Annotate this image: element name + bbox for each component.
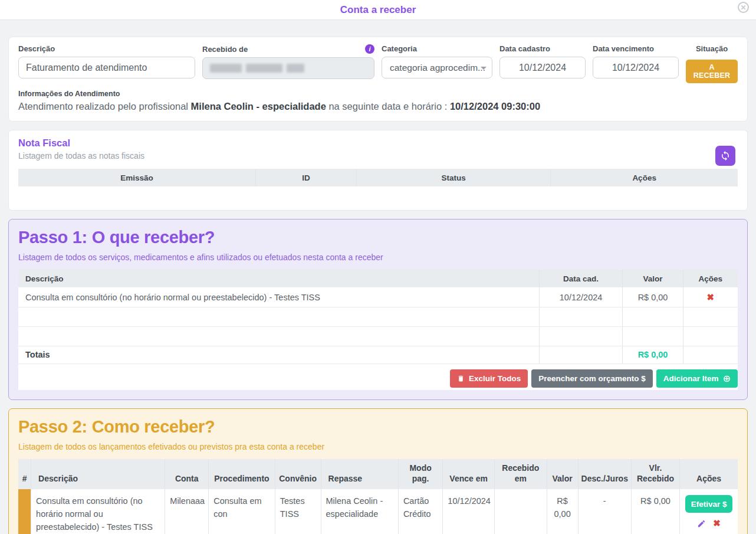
form-fields-row: Descrição Recebido de i Categoria catego… bbox=[18, 44, 738, 83]
modal-body: Descrição Recebido de i Categoria catego… bbox=[0, 0, 756, 534]
col-emissao: Emissão bbox=[18, 169, 256, 186]
atendimento-text-prefix: Atendimento realizado pelo profissional bbox=[18, 101, 191, 112]
nota-fiscal-header-row: Emissão ID Status Ações bbox=[18, 169, 738, 186]
categoria-select[interactable]: categoria agprocedim... bbox=[382, 57, 492, 78]
col-descricao: Descrição bbox=[31, 459, 165, 489]
atendimento-info-label: Informações do Atendimento bbox=[18, 90, 738, 98]
totals-value: R$ 0,00 bbox=[623, 346, 683, 363]
categoria-label: Categoria bbox=[382, 44, 492, 53]
status-badge: A RECEBER bbox=[686, 60, 738, 83]
passo2-title: Passo 2: Como receber? bbox=[18, 417, 738, 437]
field-recebido-de: Recebido de i bbox=[202, 44, 374, 83]
passo1-item-row: Consulta em consultório (no horário norm… bbox=[18, 287, 738, 307]
col-vence-em: Vence em bbox=[443, 459, 495, 489]
col-acoes: Ações bbox=[683, 270, 738, 287]
descricao-input[interactable] bbox=[18, 57, 195, 78]
col-convenio: Convênio bbox=[275, 459, 321, 489]
item-recebido-em bbox=[494, 489, 547, 534]
item-valor: R$ 0,00 bbox=[623, 287, 683, 307]
passo1-header-row: Descrição Data cad. Valor Ações bbox=[18, 270, 738, 287]
recebido-de-input bbox=[202, 57, 374, 79]
col-conta: Conta bbox=[165, 459, 209, 489]
refresh-button[interactable] bbox=[715, 146, 735, 166]
nota-fiscal-card: Nota Fiscal Listagem de todas as notas f… bbox=[8, 130, 748, 211]
atendimento-info-text: Atendimento realizado pelo profissional … bbox=[18, 100, 738, 113]
field-data-vencimento: Data vencimento bbox=[593, 44, 679, 83]
passo1-card: Passo 1: O que receber? Listagem de todo… bbox=[8, 219, 748, 400]
data-vencimento-label: Data vencimento bbox=[593, 44, 679, 53]
excluir-todos-button[interactable]: Excluir Todos bbox=[450, 369, 528, 388]
efetivar-button[interactable]: Efetivar $ bbox=[685, 495, 733, 513]
nota-fiscal-title: Nota Fiscal bbox=[18, 137, 738, 149]
adicionar-item-label: Adicionar Item bbox=[663, 374, 719, 383]
col-vlr-recebido: Vlr. Recebido bbox=[631, 459, 679, 489]
passo1-table: Descrição Data cad. Valor Ações Consulta… bbox=[18, 270, 738, 390]
col-id: ID bbox=[256, 169, 357, 186]
col-descricao: Descrição bbox=[18, 270, 539, 287]
recebido-de-label: Recebido de bbox=[202, 45, 248, 54]
item-valor: R$ 0,00 bbox=[547, 489, 578, 534]
edit-pencil-icon[interactable] bbox=[697, 519, 706, 528]
col-status: Status bbox=[356, 169, 550, 186]
preencher-orcamento-button[interactable]: Preencher com orçamento $ bbox=[531, 369, 653, 388]
descricao-label: Descrição bbox=[18, 44, 195, 53]
data-vencimento-input[interactable] bbox=[593, 57, 679, 78]
atendimento-text-middle: na seguinte data e horário : bbox=[326, 101, 450, 112]
col-valor: Valor bbox=[623, 270, 683, 287]
passo2-item-row: Consulta em consultório (no horário norm… bbox=[18, 489, 738, 534]
field-categoria: Categoria categoria agprocedim... bbox=[382, 44, 492, 83]
item-convenio: Testes TISS bbox=[275, 489, 321, 534]
col-repasse: Repasse bbox=[321, 459, 398, 489]
passo1-title: Passo 1: O que receber? bbox=[18, 228, 738, 247]
passo1-buttons-row: Excluir Todos Preencher com orçamento $ … bbox=[18, 363, 738, 390]
col-procedimento: Procedimento bbox=[209, 459, 275, 489]
item-conta: Milenaaa bbox=[165, 489, 209, 534]
item-vence-em: 10/12/2024 bbox=[443, 489, 495, 534]
delete-item-icon[interactable]: ✖ bbox=[713, 517, 721, 530]
categoria-selected-value: categoria agprocedim... bbox=[390, 63, 485, 73]
nota-fiscal-subtitle: Listagem de todas as notas fiscais bbox=[18, 151, 738, 160]
passo2-card: Passo 2: Como receber? Listagem de todos… bbox=[8, 408, 748, 534]
totals-label: Totais bbox=[18, 346, 539, 363]
item-procedimento: Consulta em con bbox=[209, 489, 275, 534]
redacted-text bbox=[246, 64, 282, 73]
col-recebido-em: Recebido em bbox=[494, 459, 547, 489]
info-icon[interactable]: i bbox=[365, 44, 374, 54]
passo1-subtitle: Listagem de todos os serviços, medicamen… bbox=[18, 253, 738, 262]
item-descricao: Consulta em consultório (no horário norm… bbox=[18, 287, 539, 307]
situacao-label: Situação bbox=[686, 44, 738, 53]
professional-name: Milena Ceolin - especialidade bbox=[191, 101, 326, 112]
field-situacao: Situação A RECEBER bbox=[686, 44, 738, 83]
add-circle-icon: ⊕ bbox=[723, 373, 731, 384]
row-number-cell bbox=[18, 489, 31, 534]
delete-item-icon[interactable]: ✖ bbox=[707, 292, 715, 302]
close-icon[interactable]: ✕ bbox=[738, 2, 749, 13]
trash-icon bbox=[457, 375, 465, 382]
item-data-cad: 10/12/2024 bbox=[539, 287, 623, 307]
preencher-orcamento-label: Preencher com orçamento $ bbox=[538, 374, 646, 383]
redacted-text bbox=[210, 64, 242, 73]
item-desc-juros: - bbox=[578, 489, 631, 534]
item-vlr-recebido: R$ 0,00 bbox=[631, 489, 679, 534]
col-acoes: Ações bbox=[680, 459, 738, 489]
item-actions: ✖ bbox=[683, 287, 738, 307]
col-acoes: Ações bbox=[551, 169, 738, 186]
data-cadastro-input[interactable] bbox=[499, 57, 586, 78]
nota-fiscal-table: Emissão ID Status Ações bbox=[18, 169, 738, 202]
redacted-text bbox=[287, 64, 304, 73]
efetivar-label: Efetivar $ bbox=[691, 500, 727, 509]
empty-row bbox=[18, 307, 738, 326]
item-repasse: Milena Ceolin - especialidade bbox=[321, 489, 398, 534]
item-descricao: Consulta em consultório (no horário norm… bbox=[31, 489, 165, 534]
field-data-cadastro: Data cadastro bbox=[499, 44, 586, 83]
item-modo-pag: Cartão Crédito bbox=[398, 489, 442, 534]
adicionar-item-button[interactable]: Adicionar Item ⊕ bbox=[656, 369, 738, 388]
col-desc-juros: Desc./Juros bbox=[578, 459, 631, 489]
col-modo-pag: Modo pag. bbox=[398, 459, 442, 489]
col-data-cad: Data cad. bbox=[539, 270, 623, 287]
data-cadastro-label: Data cadastro bbox=[499, 44, 586, 53]
col-num: # bbox=[18, 459, 31, 489]
chevron-down-icon bbox=[481, 67, 487, 70]
field-descricao: Descrição bbox=[18, 44, 195, 83]
empty-row bbox=[18, 326, 738, 346]
